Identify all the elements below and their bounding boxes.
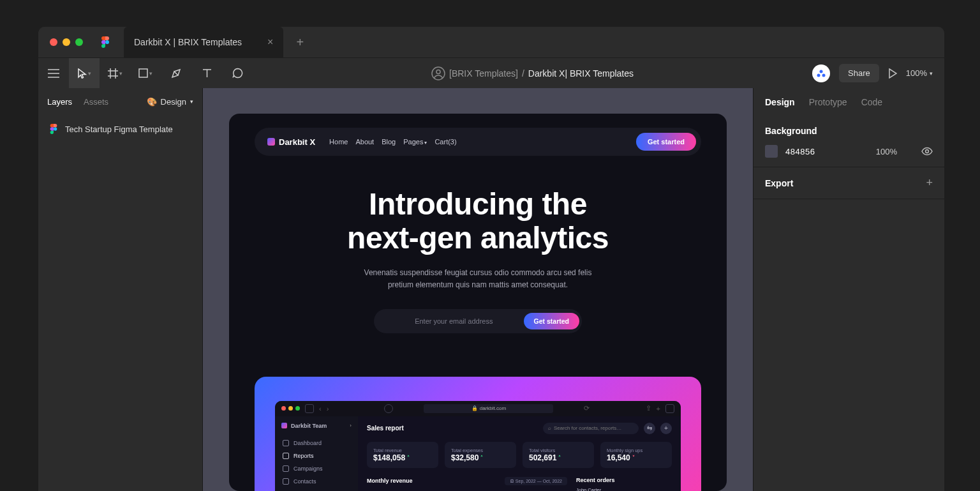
chevron-down-icon: ▾ <box>88 70 91 77</box>
sidebar-item-contacts[interactable]: Contacts <box>281 475 352 488</box>
tab-bar: Darkbit X | BRIX Templates × + <box>38 27 944 57</box>
stats-row: Total revenue $148,058˄ Total expenses $… <box>367 442 672 468</box>
hero-subheading: Venenatis suspendisse feugiat cursus odi… <box>350 267 605 291</box>
hero-heading: Introducing the next-gen analytics <box>267 188 688 255</box>
inspector-panel: Design Prototype Code Background 484856 … <box>753 88 944 491</box>
code-tab[interactable]: Code <box>861 97 882 107</box>
pen-tool[interactable] <box>161 58 191 89</box>
shape-tool[interactable]: ▾ <box>130 58 161 89</box>
comment-tool[interactable] <box>222 58 253 89</box>
stat-card: Total visitors 502,691˄ <box>523 442 594 468</box>
text-tool[interactable] <box>191 58 222 89</box>
brand[interactable]: Darkbit X <box>267 137 315 147</box>
calendar-icon: 🗓 <box>510 479 514 483</box>
design-tab[interactable]: Design <box>765 97 795 107</box>
frame-icon <box>108 68 118 79</box>
maximize-window-icon[interactable] <box>75 38 83 46</box>
team-switcher[interactable]: Darkbit Team › <box>281 423 352 429</box>
settings-chip[interactable]: ⇆ <box>644 423 655 434</box>
trend-up-icon: ˄ <box>558 455 561 460</box>
move-tool[interactable]: ▾ <box>69 58 100 89</box>
sidebar-item-reports[interactable]: Reports <box>281 449 352 462</box>
search-icon: ⌕ <box>548 425 551 431</box>
visibility-toggle[interactable] <box>921 147 933 156</box>
zoom-control[interactable]: 100% ▾ <box>906 68 933 78</box>
color-opacity[interactable]: 100% <box>876 147 897 156</box>
minimize-window-icon[interactable] <box>63 38 70 46</box>
export-heading: Export <box>765 178 793 188</box>
layer-label: Tech Startup Figma Template <box>65 125 173 134</box>
nav-home[interactable]: Home <box>329 138 348 146</box>
close-window-icon[interactable] <box>50 38 57 46</box>
layers-tab[interactable]: Layers <box>47 97 72 107</box>
breadcrumb-separator: / <box>522 68 524 79</box>
sidebar-toggle-icon <box>305 404 314 413</box>
breadcrumb[interactable]: [BRIX Templates] / Darkbit X| BRIX Templ… <box>253 66 812 80</box>
cursor-icon <box>78 68 87 79</box>
palette-icon: 🎨 <box>147 97 157 107</box>
date-range-chip[interactable]: 🗓 Sep, 2022 — Oct, 2022 <box>505 477 567 485</box>
nav-cta-button[interactable]: Get started <box>636 133 696 151</box>
chevron-down-icon: ▾ <box>190 98 193 105</box>
menu-button[interactable] <box>38 58 69 89</box>
comment-icon <box>232 68 243 79</box>
stat-card: Total revenue $148,058˄ <box>367 442 438 468</box>
close-tab-icon[interactable]: × <box>267 36 273 48</box>
artboard[interactable]: Darkbit X Home About Blog Pages▾ Cart(3)… <box>229 114 727 491</box>
layer-item[interactable]: Tech Startup Figma Template <box>47 120 193 138</box>
file-tab-title: Darkbit X | BRIX Templates <box>134 37 242 47</box>
rectangle-icon <box>138 68 148 78</box>
frame-tool[interactable]: ▾ <box>100 58 130 89</box>
document-icon <box>283 453 289 459</box>
figma-logo-icon[interactable] <box>100 36 111 48</box>
browser-mock: ‹ › 🔒 darkbit.com ⟳ ⇪ <box>275 401 681 491</box>
sidebar-item-dashboard[interactable]: Dashboard <box>281 437 352 449</box>
nav-blog[interactable]: Blog <box>382 138 396 146</box>
nav-cart[interactable]: Cart(3) <box>434 138 456 146</box>
svg-point-5 <box>822 73 826 77</box>
prototype-tab[interactable]: Prototype <box>809 97 847 107</box>
hamburger-icon <box>48 69 59 78</box>
grid-icon <box>283 440 289 446</box>
monthly-revenue-heading: Monthly revenue <box>367 478 413 484</box>
add-chip[interactable]: + <box>660 423 672 434</box>
add-export-button[interactable]: + <box>926 176 933 190</box>
nav-about[interactable]: About <box>355 138 374 146</box>
background-heading: Background <box>765 126 933 136</box>
sidebar-item-campaigns[interactable]: Campaigns <box>281 462 352 475</box>
figma-window: Darkbit X | BRIX Templates × + ▾ ▾ ▾ <box>38 27 944 491</box>
email-cta-button[interactable]: Get started <box>524 313 579 329</box>
canvas[interactable]: Darkbit X Home About Blog Pages▾ Cart(3)… <box>203 88 753 491</box>
org-name: [BRIX Templates] <box>449 68 518 79</box>
file-tab[interactable]: Darkbit X | BRIX Templates × <box>124 27 283 57</box>
color-swatch[interactable] <box>765 145 778 158</box>
present-button[interactable] <box>888 68 897 79</box>
dot-icon <box>281 406 286 411</box>
stat-card: Total expenses $32,580˄ <box>445 442 516 468</box>
search-input[interactable]: ⌕ Search for contacts, reports… <box>543 423 639 434</box>
share-button[interactable]: Share <box>839 64 879 82</box>
chevron-right-icon: › <box>350 423 352 428</box>
assets-tab[interactable]: Assets <box>84 97 108 107</box>
svg-point-3 <box>817 73 820 77</box>
megaphone-icon <box>283 465 289 472</box>
brand-label: Darkbit X <box>279 137 315 147</box>
chevron-down-icon: ▾ <box>930 70 933 77</box>
url-text: darkbit.com <box>480 405 506 411</box>
page-label: Design <box>161 97 186 107</box>
color-hex[interactable]: 484856 <box>785 147 815 156</box>
page-selector[interactable]: 🎨 Design ▾ <box>147 97 193 107</box>
email-input[interactable]: Enter your email address <box>384 317 524 325</box>
browser-chrome: ‹ › 🔒 darkbit.com ⟳ ⇪ <box>275 401 681 416</box>
email-form[interactable]: Enter your email address Get started <box>374 309 582 333</box>
user-avatar[interactable] <box>812 64 830 82</box>
avatar-glyph-icon <box>816 68 826 79</box>
window-controls[interactable] <box>38 38 94 46</box>
team-mark-icon <box>281 423 287 428</box>
pen-icon <box>171 68 181 79</box>
dot-icon <box>288 406 293 411</box>
trend-up-icon: ˄ <box>407 455 410 460</box>
nav-pages[interactable]: Pages▾ <box>403 138 427 146</box>
new-tab-button[interactable]: + <box>283 35 316 50</box>
profile-icon <box>431 66 445 80</box>
